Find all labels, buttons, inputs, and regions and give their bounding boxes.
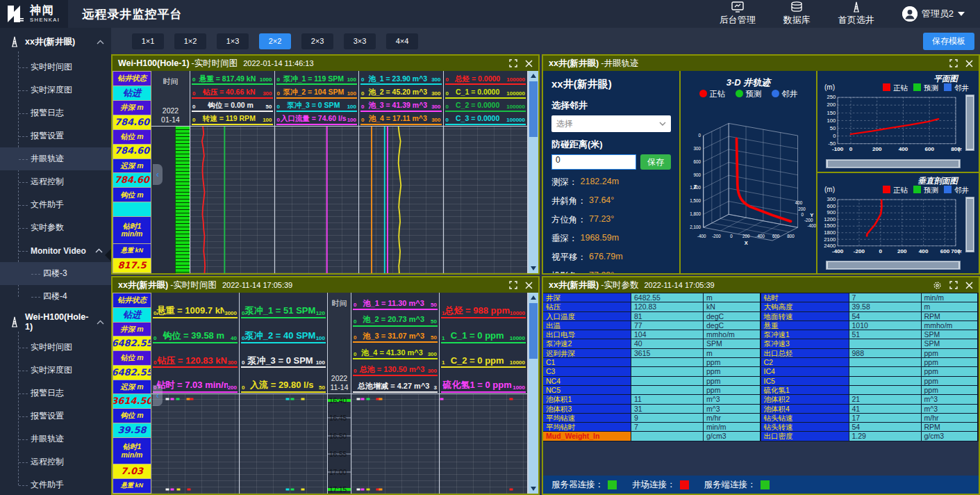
layout-button-1×3[interactable]: 1×3 [217,33,249,49]
close-icon[interactable] [525,282,533,289]
close-icon[interactable] [525,60,533,67]
sidebar-item-0-9[interactable]: 四楼-3 [0,262,111,285]
stat-value: 37.64° [589,195,614,207]
curve-legend-row: 0总烃 = 0.0000100000 [445,72,526,85]
sidebar-item-1-3[interactable]: 报警设置 [0,405,111,428]
curve-max: 300 [228,360,237,366]
param-label: 井深 [543,293,631,302]
data-dot [379,489,382,491]
curve-legend-row: 0池_4 = 41.30 m^3300 [353,343,438,359]
scrollbar-thumb[interactable] [967,199,973,251]
collapse-handle[interactable]: ‹ [153,385,163,406]
svg-text:200: 200 [872,146,882,152]
save-button[interactable]: 保存 [640,154,671,170]
connection-status-bar: 服务器连接：井场连接：服务端连接： [543,476,979,494]
data-dot [286,489,290,491]
curve-max: 40 [231,336,237,341]
sidebar-item-1-2[interactable]: 报警日志 [0,382,111,405]
sidebar-item-0-2[interactable]: 报警日志 [0,102,111,124]
curve-label: C_1 = 0.0000 [449,88,506,97]
scrollbar-thumb[interactable] [828,161,958,167]
offset-well-select[interactable]: 选择 [551,115,671,132]
layout-button-3×3[interactable]: 3×3 [344,33,376,49]
collapse-handle[interactable]: ‹ [153,164,163,185]
sidebar-item-0-3[interactable]: 报警设置 [0,124,111,147]
sidebar-collapse-handle[interactable] [105,249,111,261]
param-label: 入口温度 [543,312,631,321]
derrick-icon [9,316,20,327]
layout-button-2×2[interactable]: 2×2 [259,33,291,49]
sidebar-item-1-6[interactable]: 文件助手 [0,473,111,495]
trajectory-3d-chart: 3-D 井轨迹 正钻预测邻井 03006009001,2001,5001,800… [679,71,817,273]
layout-button-4×4[interactable]: 4×4 [386,33,418,49]
save-template-button[interactable]: 保存模板 [923,33,974,50]
header-nav-derrick[interactable]: 首页选井 [838,1,874,26]
vertical-scrollbar[interactable] [528,293,538,494]
sidebar-group-1[interactable]: Wei-H100(Hole-1) [0,308,111,336]
legend-swatch [944,186,952,193]
scrollbar-thumb[interactable] [529,81,538,137]
legend-label: 正钻 [893,83,908,92]
curve-legend-row: 0钻压 = 120.83 kN300 [153,343,238,368]
caret-down-icon [958,12,965,16]
status-cell: 钻位 m [113,130,151,144]
stat-value: 2182.24m [581,177,620,188]
sidebar-group-0[interactable]: xx井(新井眼) [0,28,111,56]
scrollbar-thumb[interactable] [828,262,958,268]
trajectory-info: xx井(新井眼) 选择邻井 选择 防碰距离(米) 0 保存 测深：2182.24… [543,71,679,273]
header-nav-database[interactable]: 数据库 [783,1,811,26]
status-label: 服务器连接： [551,479,604,491]
sidebar-item-0-0[interactable]: 实时时间图 [0,56,111,79]
sidebar-item-1-1[interactable]: 实时深度图 [0,359,111,382]
expand-icon[interactable] [509,59,517,67]
expand-icon[interactable] [949,59,958,67]
curve-label: 总烃 = 988 ppm [445,305,509,316]
expand-icon[interactable] [949,281,958,289]
status-cell: 钻进 [113,86,151,100]
close-icon[interactable] [965,282,973,289]
param-unit: m [704,349,761,358]
horizontal-scrollbar[interactable] [826,159,961,168]
scrollbar-thumb[interactable] [967,97,973,149]
close-icon[interactable] [965,60,973,67]
status-cell: 784.60 [113,145,151,159]
sidebar-item-0-8[interactable]: Monitor Video [0,239,111,262]
sidebar-item-1-5[interactable]: 远程控制 [0,451,111,473]
layout-button-2×3[interactable]: 2×3 [301,33,333,49]
sidebar-item-0-7[interactable]: 实时参数 [0,216,111,239]
param-value: 41 [849,405,922,414]
expand-icon[interactable] [509,281,517,289]
vertical-scrollbar[interactable] [965,197,974,253]
sidebar-item-1-4[interactable]: 井眼轨迹 [0,428,111,451]
layout-button-1×2[interactable]: 1×2 [174,33,206,49]
data-dot [379,398,382,400]
header-nav-admin[interactable]: 后台管理 [720,1,756,26]
sidebar-item-0-10[interactable]: 四楼-4 [0,285,111,308]
mini-chart-legend: 正钻预测邻井 [883,83,969,93]
scrollbar-thumb[interactable] [529,303,538,359]
user-menu[interactable]: 管理员2 [902,6,965,22]
svg-text:1200: 1200 [824,217,836,222]
sidebar-item-0-1[interactable]: 实时深度图 [0,79,111,102]
curve-legend-row: 0悬重 = 1009.7 kN3000 [153,293,238,318]
param-unit: mmho/m [704,330,761,339]
vertical-scrollbar[interactable] [965,95,974,151]
layout-button-1×1[interactable]: 1×1 [132,33,164,49]
admin-icon [731,1,744,13]
sidebar-item-label: 文件助手 [31,479,64,491]
horizontal-scrollbar[interactable] [826,261,961,270]
chevron-up-icon [97,40,104,44]
avatar [902,6,917,22]
curve-label: 池_4 = 17.11 m^3 [364,114,431,123]
anticollision-input[interactable]: 0 [551,154,636,170]
sidebar-item-0-4[interactable]: 井眼轨迹 [0,147,111,170]
vertical-scrollbar[interactable] [528,71,538,273]
sidebar-item-0-6[interactable]: 文件助手 [0,193,111,216]
legend-label: 邻井 [954,83,969,92]
curve-max: 100 [347,104,356,110]
curve-max: 50 [319,385,325,391]
sidebar-item-0-5[interactable]: 远程控制 [0,170,111,193]
chart3d-scene: 03006009001,2001,5001,8002,100Z-400-2000… [681,99,816,270]
sidebar-item-1-0[interactable]: 实时时间图 [0,336,111,359]
gear-icon[interactable] [933,281,942,290]
